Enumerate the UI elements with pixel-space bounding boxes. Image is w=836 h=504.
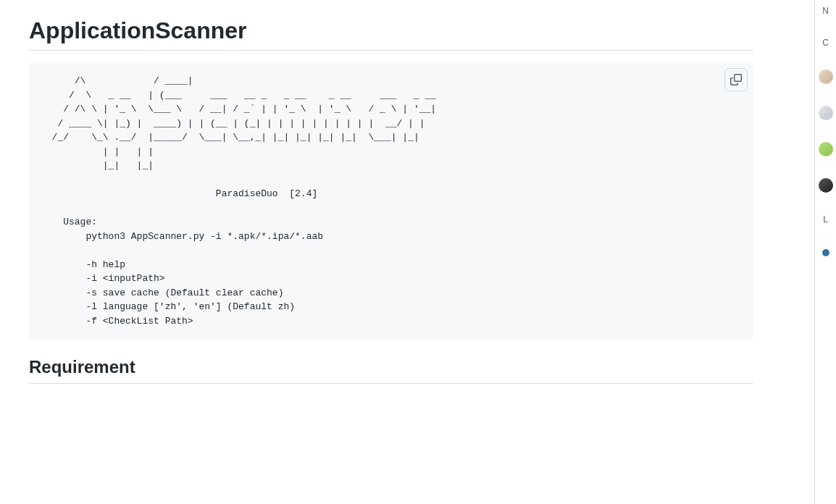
rail-label-3: L xyxy=(823,214,828,224)
copy-icon xyxy=(730,74,742,85)
avatar[interactable] xyxy=(819,178,833,193)
sidebar-rail: N C L xyxy=(814,0,836,504)
copy-button[interactable] xyxy=(724,68,748,91)
code-block: /\ / ____| / \ _ __ | (___ ___ __ _ _ __… xyxy=(29,62,753,340)
avatar[interactable] xyxy=(819,106,833,120)
readme-main: ApplicationScanner /\ / ____| / \ _ __ |… xyxy=(0,17,782,384)
rail-label-1: N xyxy=(822,6,829,16)
avatar[interactable] xyxy=(819,142,833,156)
section-title-requirement: Requirement xyxy=(29,357,753,384)
rail-label-2: C xyxy=(822,38,829,48)
code-content: /\ / ____| / \ _ __ | (___ ___ __ _ _ __… xyxy=(41,74,742,328)
avatar[interactable] xyxy=(819,70,833,84)
page-title: ApplicationScanner xyxy=(29,17,753,51)
language-dot-icon xyxy=(822,249,829,256)
